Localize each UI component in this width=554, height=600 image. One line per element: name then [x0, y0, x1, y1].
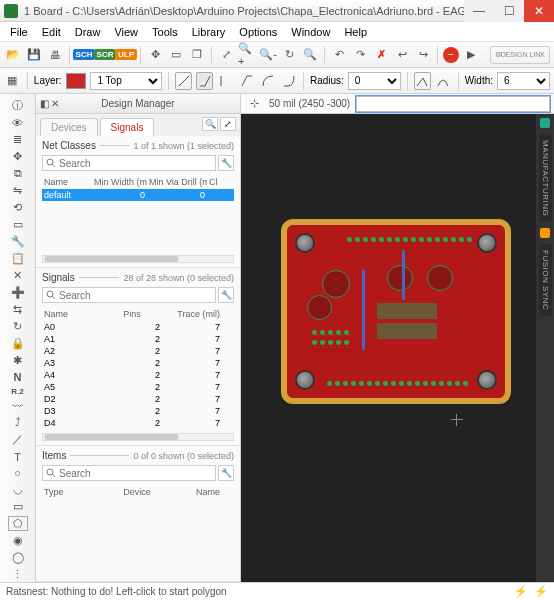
sync-dot-icon[interactable] — [540, 228, 550, 238]
nc-hdr-cl[interactable]: Cl — [207, 177, 227, 187]
box-icon[interactable]: ▭ — [167, 46, 185, 64]
wire-icon[interactable]: ／ — [9, 432, 27, 447]
table-row[interactable]: A427 — [42, 369, 234, 381]
windows-icon[interactable]: ❐ — [188, 46, 206, 64]
menu-library[interactable]: Library — [186, 26, 232, 38]
design-link-button[interactable]: ⚙ DESIGN LINK — [490, 46, 550, 64]
tab-devices[interactable]: Devices — [40, 118, 98, 136]
arc-icon[interactable]: ◡ — [9, 483, 27, 496]
table-row[interactable]: A327 — [42, 357, 234, 369]
menu-view[interactable]: View — [108, 26, 144, 38]
layer-select[interactable]: 1 Top — [90, 72, 162, 90]
ripup-icon[interactable]: ⤴ — [9, 416, 27, 428]
print-icon[interactable]: 🖶 — [46, 46, 64, 64]
items-settings-icon[interactable]: 🔧 — [218, 465, 234, 481]
power2-icon[interactable]: ⚡ — [534, 585, 548, 598]
route-icon[interactable]: 〰 — [9, 400, 27, 412]
smash-icon[interactable]: ✱ — [9, 354, 27, 367]
circle-icon[interactable]: ○ — [9, 467, 27, 479]
mirror-icon[interactable]: ⇋ — [9, 184, 27, 197]
bend-style-0-icon[interactable] — [175, 72, 192, 90]
window-maximize-button[interactable]: ☐ — [494, 0, 524, 22]
miter-round-icon[interactable] — [435, 72, 452, 90]
value-text-icon[interactable]: R.2 — [9, 387, 27, 396]
tab-signals[interactable]: Signals — [100, 118, 155, 136]
hole-icon[interactable]: ◯ — [9, 551, 27, 564]
sig-hdr-name[interactable]: Name — [42, 309, 102, 319]
group-icon[interactable]: ▭ — [9, 218, 27, 231]
info-icon[interactable]: ⓘ — [9, 98, 27, 113]
zoom-fit-icon[interactable]: ⤢ — [217, 46, 235, 64]
nc-hdr-name[interactable]: Name — [42, 177, 92, 187]
items-hdr-name[interactable]: Name — [172, 487, 222, 497]
cursor-icon[interactable]: ✥ — [146, 46, 164, 64]
items-hdr-type[interactable]: Type — [42, 487, 102, 497]
items-hdr-device[interactable]: Device — [102, 487, 172, 497]
add-icon[interactable]: ➕ — [9, 286, 27, 299]
dm-float-icon[interactable]: ◧ — [40, 98, 49, 109]
copy-icon[interactable]: ⧉ — [9, 167, 27, 180]
table-row[interactable]: D427 — [42, 417, 234, 429]
layer-color-swatch[interactable] — [66, 73, 87, 89]
redo-icon[interactable]: ↷ — [351, 46, 369, 64]
signals-settings-icon[interactable]: 🔧 — [218, 287, 234, 303]
lock-icon[interactable]: 🔒 — [9, 337, 27, 350]
pinswap-icon[interactable]: ⇆ — [9, 303, 27, 316]
fwd-icon[interactable]: ↪ — [414, 46, 432, 64]
undo-icon[interactable]: ↶ — [330, 46, 348, 64]
command-input[interactable] — [356, 96, 550, 112]
items-search[interactable] — [42, 465, 216, 481]
table-row[interactable]: default 0 0 — [42, 189, 234, 201]
zoom-in-icon[interactable]: 🔍+ — [238, 46, 256, 64]
rect-icon[interactable]: ▭ — [9, 500, 27, 513]
layers-icon[interactable]: ≣ — [9, 133, 27, 146]
table-row[interactable]: A527 — [42, 381, 234, 393]
polygon-selected-icon[interactable]: ⬠ — [9, 517, 27, 530]
miter-straight-icon[interactable] — [414, 72, 431, 90]
menu-file[interactable]: File — [4, 26, 34, 38]
stop-icon[interactable]: − — [443, 47, 459, 63]
scr-badge[interactable]: SCR — [96, 46, 114, 64]
table-row[interactable]: D327 — [42, 405, 234, 417]
zoom-out-icon[interactable]: 🔍- — [259, 46, 277, 64]
netclasses-settings-icon[interactable]: 🔧 — [218, 155, 234, 171]
sig-hdr-pins[interactable]: Pins — [102, 309, 162, 319]
window-close-button[interactable]: ✕ — [524, 0, 554, 22]
radius-select[interactable]: 0 — [348, 72, 401, 90]
cam-badge[interactable]: SCH — [75, 46, 93, 64]
menu-draw[interactable]: Draw — [69, 26, 107, 38]
sig-hdr-trace[interactable]: Trace (mil) — [162, 309, 222, 319]
name-icon[interactable]: N — [9, 371, 27, 383]
back-icon[interactable]: ↩ — [393, 46, 411, 64]
delete-icon[interactable]: ✕ — [9, 269, 27, 282]
dm-search-icon[interactable]: 🔍 — [202, 117, 218, 131]
menu-help[interactable]: Help — [338, 26, 373, 38]
swap-icon[interactable]: ✗ — [372, 46, 390, 64]
rotate-icon[interactable]: ⟲ — [9, 201, 27, 214]
bend-style-7-icon[interactable] — [217, 72, 234, 90]
ulp-badge[interactable]: ULP — [117, 46, 135, 64]
window-minimize-button[interactable]: — — [464, 0, 494, 22]
bend-style-2-icon[interactable] — [238, 72, 255, 90]
attr-icon[interactable]: ⋮ — [9, 568, 27, 581]
bend-style-3-icon[interactable] — [259, 72, 276, 90]
netclasses-search[interactable] — [42, 155, 216, 171]
table-row[interactable]: D227 — [42, 393, 234, 405]
signals-search[interactable] — [42, 287, 216, 303]
menu-window[interactable]: Window — [285, 26, 336, 38]
zoom-select-icon[interactable]: 🔍 — [301, 46, 319, 64]
menu-tools[interactable]: Tools — [146, 26, 184, 38]
table-row[interactable]: A027 — [42, 321, 234, 333]
replace-icon[interactable]: ↻ — [9, 320, 27, 333]
text-icon[interactable]: T — [9, 451, 27, 463]
paste-icon[interactable]: 📋 — [9, 252, 27, 265]
move-icon[interactable]: ✥ — [9, 150, 27, 163]
nc-hdr-mind[interactable]: Min Via Drill (mil) — [147, 177, 207, 187]
via-icon[interactable]: ◉ — [9, 534, 27, 547]
tab-manufacturing[interactable]: MANUFACTURING — [539, 134, 552, 222]
sig-horiz-scrollbar[interactable] — [42, 433, 234, 441]
open-icon[interactable]: 📂 — [4, 46, 22, 64]
menu-edit[interactable]: Edit — [36, 26, 67, 38]
width-select[interactable]: 6 — [497, 72, 550, 90]
coord-type-icon[interactable]: ⊹ — [245, 95, 263, 113]
